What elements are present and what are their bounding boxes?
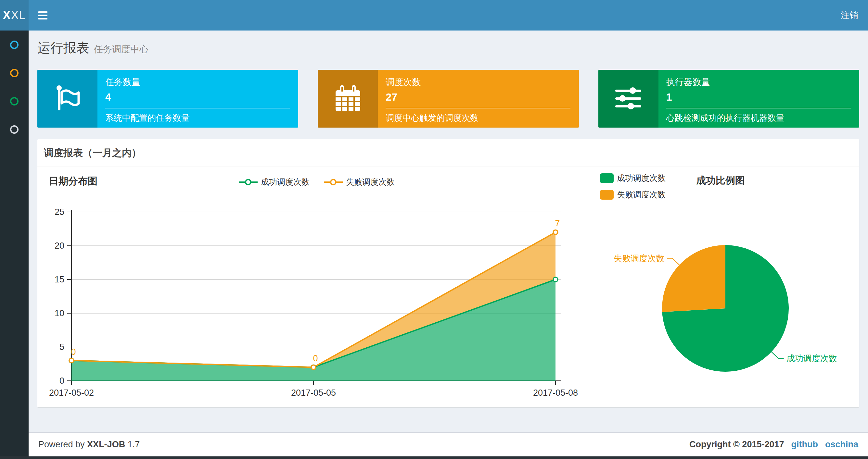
- stat-label: 调度次数: [385, 76, 570, 88]
- github-link[interactable]: github: [791, 439, 818, 450]
- success-ratio-pie-chart[interactable]: 成功调度次数失败调度次数: [601, 235, 868, 397]
- stat-value: 4: [105, 91, 290, 103]
- calendar-icon: [318, 70, 378, 128]
- svg-text:0: 0: [59, 376, 64, 386]
- page-footer: Powered by XXL-JOB 1.7 Copyright © 2015-…: [29, 432, 868, 456]
- line-chart-title: 日期分布图: [49, 175, 97, 188]
- svg-text:2017-05-05: 2017-05-05: [291, 388, 336, 398]
- legend-item-fail[interactable]: 失败调度次数: [324, 176, 395, 187]
- svg-text:2017-05-02: 2017-05-02: [49, 388, 94, 398]
- legend-swatch: [600, 190, 614, 200]
- svg-text:成功调度次数: 成功调度次数: [786, 354, 837, 363]
- circle-icon: [10, 97, 19, 105]
- powered-prefix: Powered by: [38, 439, 85, 449]
- circle-icon: [10, 69, 19, 77]
- stat-value: 27: [385, 91, 570, 103]
- legend-swatch: [600, 173, 614, 183]
- stat-cards-row: 任务数量 4 系统中配置的任务数量: [37, 70, 859, 128]
- line-legend-marker: [324, 178, 343, 186]
- line-legend-marker: [239, 178, 258, 186]
- panel-title: 调度报表（一月之内）: [37, 139, 859, 167]
- date-distribution-chart[interactable]: 05101520252017-05-022017-05-052017-05-08…: [37, 198, 590, 407]
- svg-text:2017-05-08: 2017-05-08: [533, 388, 578, 398]
- page-title-text: 运行报表: [37, 40, 89, 55]
- svg-text:7: 7: [555, 219, 560, 228]
- sidebar-toggle-icon[interactable]: [38, 10, 48, 21]
- divider: [105, 108, 290, 108]
- sidebar-item-job-log[interactable]: [0, 87, 29, 115]
- pie-chart-title: 成功比例图: [696, 174, 745, 187]
- logo-bold: X: [3, 8, 11, 22]
- divider: [666, 108, 851, 108]
- legend-label: 成功调度次数: [617, 173, 665, 184]
- svg-text:0: 0: [71, 347, 76, 357]
- legend-item-fail[interactable]: 失败调度次数: [600, 189, 665, 200]
- stat-label: 任务数量: [105, 76, 290, 88]
- svg-text:失败调度次数: 失败调度次数: [614, 254, 664, 263]
- stat-card-executors: 执行器数量 1 心跳检测成功的执行器机器数量: [598, 70, 859, 128]
- stat-card-jobs: 任务数量 4 系统中配置的任务数量: [37, 70, 298, 128]
- flag-icon: [37, 70, 97, 128]
- stat-value: 1: [666, 91, 851, 103]
- page-subtitle: 任务调度中心: [94, 44, 149, 54]
- copyright-text: Copyright © 2015-2017: [689, 439, 784, 450]
- svg-text:15: 15: [55, 274, 64, 284]
- divider: [385, 108, 570, 108]
- sliders-icon: [598, 70, 658, 128]
- stat-label: 执行器数量: [666, 76, 851, 88]
- top-navbar: XXL 注销: [0, 0, 868, 31]
- stat-card-triggers: 调度次数 27 调度中心触发的调度次数: [318, 70, 579, 128]
- powered-by: Powered by XXL-JOB 1.7: [38, 439, 140, 450]
- legend-label: 失败调度次数: [346, 176, 395, 187]
- sidebar-item-run-report[interactable]: [0, 31, 29, 59]
- product-version: 1.7: [128, 439, 140, 449]
- stat-description: 心跳检测成功的执行器机器数量: [666, 112, 851, 124]
- main-content: 运行报表任务调度中心 任务数量 4 系统中配置的任务数量: [29, 31, 868, 407]
- product-name: XXL-JOB: [87, 439, 125, 449]
- svg-text:10: 10: [55, 308, 64, 318]
- svg-text:20: 20: [55, 241, 64, 251]
- svg-text:5: 5: [59, 342, 64, 352]
- app-logo[interactable]: XXL: [0, 0, 29, 31]
- sidebar: [0, 31, 29, 459]
- oschina-link[interactable]: oschina: [825, 439, 858, 450]
- logo-rest: XL: [11, 8, 26, 22]
- logout-link[interactable]: 注销: [841, 9, 858, 21]
- sidebar-item-job-manage[interactable]: [0, 59, 29, 87]
- line-chart-legend: 成功调度次数 失败调度次数: [239, 176, 395, 187]
- window-bottom-edge: [0, 456, 868, 459]
- sidebar-item-executor[interactable]: [0, 115, 29, 143]
- legend-item-success[interactable]: 成功调度次数: [239, 176, 310, 187]
- stat-description: 系统中配置的任务数量: [105, 112, 290, 124]
- legend-label: 失败调度次数: [617, 189, 665, 200]
- circle-icon: [10, 40, 19, 49]
- circle-icon: [10, 125, 19, 134]
- svg-text:25: 25: [55, 207, 64, 217]
- pie-chart-legend: 成功调度次数 失败调度次数: [600, 173, 665, 200]
- stat-description: 调度中心触发的调度次数: [385, 112, 570, 124]
- legend-label: 成功调度次数: [261, 176, 310, 187]
- legend-item-success[interactable]: 成功调度次数: [600, 173, 665, 184]
- schedule-report-panel: 调度报表（一月之内） 日期分布图 成功调度次数 失败调度次数: [37, 139, 859, 407]
- svg-text:0: 0: [313, 354, 318, 363]
- page-title: 运行报表任务调度中心: [37, 39, 859, 57]
